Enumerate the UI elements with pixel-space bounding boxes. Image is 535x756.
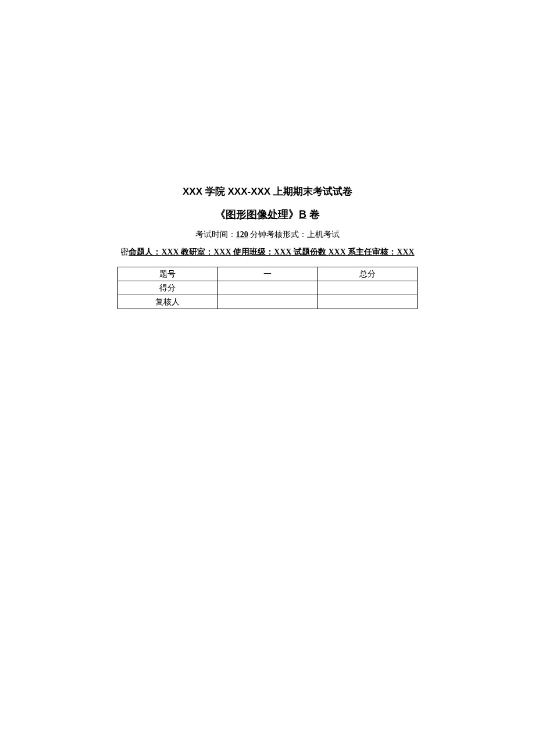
count-label: 试题份数 [291,248,328,256]
author-value: XXX [161,248,179,256]
time-unit: 分钟 [248,230,267,239]
dept-label: 教研室： [179,248,214,256]
class-label: 使用班级： [231,248,274,256]
cell-score-total [318,281,418,295]
title-code: XXX-XXX [228,186,271,197]
format-value: 上机考试 [307,230,340,239]
open-bracket: 《 [215,209,226,220]
cell-score-section-one [217,281,318,295]
table-row: 题号 一 总分 [118,267,418,281]
format-label: 考核形式： [266,230,307,239]
score-table: 题号 一 总分 得分 复核人 [117,267,418,309]
time-label: 考试时间： [195,230,236,239]
cell-total-label: 总分 [318,267,418,281]
class-value: XXX [274,248,291,256]
time-value: 120 [236,230,248,239]
paper-code: B [299,209,306,220]
paper-suffix: 卷 [306,209,320,220]
subtitle: 《图形图像处理》B 卷 [0,207,535,221]
count-value: XXX [328,248,345,256]
reviewer-label: 系主任审核： [346,248,397,256]
table-row: 得分 [118,281,418,295]
cell-reviewer-total [318,295,418,309]
cell-score-label: 得分 [118,281,218,295]
cell-reviewer-section-one [217,295,318,309]
meta-info-line: 密命题人：XXX 教研室：XXX 使用班级：XXX 试题份数 XXX 系主任审核… [120,247,414,257]
meta-info-wrapper: 密命题人：XXX 教研室：XXX 使用班级：XXX 试题份数 XXX 系主任审核… [0,247,535,263]
exam-paper-content: XXX 学院 XXX-XXX 上期期末考试试卷 《图形图像处理》B 卷 考试时间… [0,0,535,309]
cell-question-number-label: 题号 [118,267,218,281]
author-label: 命题人： [129,248,161,256]
score-table-wrapper: 题号 一 总分 得分 复核人 [0,267,535,309]
close-bracket: 》 [288,209,299,220]
title-middle: 学院 [202,186,227,197]
table-row: 复核人 [118,295,418,309]
main-title: XXX 学院 XXX-XXX 上期期末考试试卷 [0,185,535,198]
title-prefix: XXX [183,186,202,197]
dept-value: XXX [213,248,231,256]
cell-section-one: 一 [217,267,318,281]
course-name: 图形图像处理 [226,209,288,220]
meta-prefix: 密 [120,248,129,256]
cell-reviewer-label: 复核人 [118,295,218,309]
reviewer-value: XXX [397,248,414,256]
title-suffix: 上期期末考试试卷 [270,186,352,197]
exam-info-line: 考试时间：120 分钟考核形式：上机考试 [0,230,535,240]
